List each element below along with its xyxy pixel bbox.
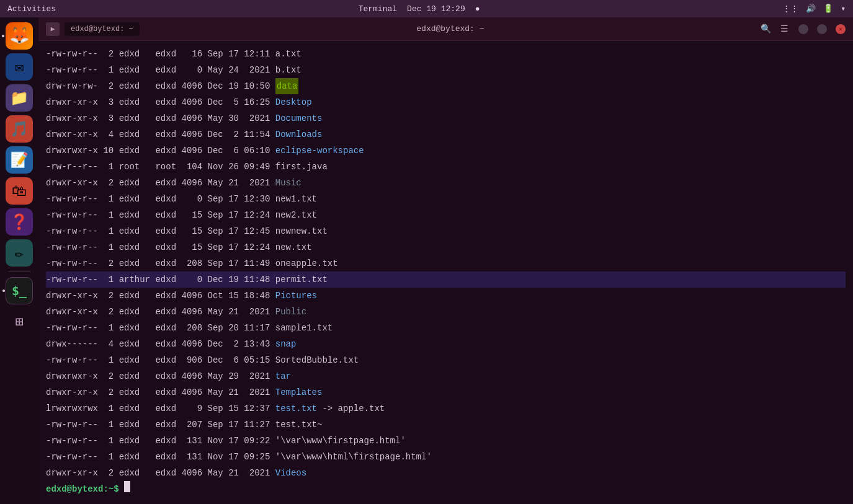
file-links: 3 <box>103 110 114 126</box>
file-links: 2 <box>103 304 114 320</box>
file-time: 12:24 <box>244 239 270 255</box>
dock-firefox[interactable]: 🦊 <box>6 22 33 50</box>
file-size: 9 <box>181 400 202 417</box>
file-name: data <box>275 78 299 94</box>
file-time: 2021 <box>244 368 270 384</box>
top-bar-center: Terminal Dec 19 12:29 ● <box>359 4 480 14</box>
recording-dot: ● <box>475 4 480 14</box>
file-day: 26 <box>228 159 239 175</box>
file-day: 17 <box>228 417 239 433</box>
dock: 🦊 ✉ 📁 🎵 📝 🛍 ❓ ✏ <box>0 17 38 504</box>
search-button[interactable]: 🔍 <box>761 24 771 34</box>
file-perm: -rw-r--r-- <box>46 159 98 175</box>
file-time: 05:15 <box>244 352 270 368</box>
file-links: 1 <box>103 62 114 78</box>
dock-help[interactable]: ❓ <box>6 208 33 236</box>
battery-icon[interactable]: 🔋 <box>823 4 833 14</box>
file-day: 17 <box>228 223 239 239</box>
file-perm: -rw-rw-r-- <box>46 255 98 272</box>
list-item: -rw-rw-r-- 1 edxd edxd 906 Dec 6 05:15 S… <box>46 352 846 368</box>
appstore-icon: 🛍 <box>12 182 27 200</box>
file-time: 2021 <box>244 384 270 400</box>
files-icon: 📁 <box>10 89 29 107</box>
file-time: 12:37 <box>244 400 270 417</box>
file-user: edxd <box>119 255 150 272</box>
file-size: 131 <box>181 433 202 449</box>
file-user: edxd <box>119 320 150 336</box>
file-size: 4096 <box>181 465 202 481</box>
thunderbird-icon: ✉ <box>15 58 24 76</box>
file-group: edxd <box>155 110 176 126</box>
file-group: edxd <box>155 62 176 78</box>
dock-terminal[interactable]: $_ <box>6 277 33 304</box>
volume-icon[interactable]: 🔊 <box>806 4 816 14</box>
maximize-button[interactable] <box>817 24 827 34</box>
file-day: 17 <box>228 433 239 449</box>
file-group: edxd <box>155 255 176 272</box>
file-perm: -rw-rw-r-- <box>46 272 98 288</box>
file-perm: drw-rw-rw- <box>46 78 98 94</box>
file-links: 1 <box>103 191 114 207</box>
terminal-content[interactable]: -rw-rw-r-- 2 edxd edxd 16 Sep 17 12:11 a… <box>38 41 853 504</box>
file-perm: drwx------ <box>46 336 98 352</box>
terminal-tab[interactable]: edxd@bytexd: ~ <box>65 22 140 36</box>
file-group: edxd <box>155 46 176 62</box>
file-group: edxd <box>155 223 176 239</box>
file-month: Nov <box>208 433 223 449</box>
file-size: 15 <box>181 223 202 239</box>
file-time: 06:10 <box>244 143 270 159</box>
file-name: tar <box>275 368 291 384</box>
file-name: test.txt~ <box>275 417 323 433</box>
dock-appstore[interactable]: 🛍 <box>6 177 33 205</box>
file-group: edxd <box>155 288 176 304</box>
file-name: oneapple.txt <box>275 255 338 272</box>
dock-files[interactable]: 📁 <box>6 84 33 112</box>
file-month: May <box>208 368 223 384</box>
file-user: edxd <box>119 384 150 400</box>
link-arrow: -> apple.txt <box>317 400 385 417</box>
list-item: lrwxrwxrwx 1 edxd edxd 9 Sep 15 12:37 te… <box>46 400 846 417</box>
file-links: 2 <box>103 368 114 384</box>
file-time: 12:11 <box>244 46 270 62</box>
prompt-user-host: edxd@bytexd <box>46 481 103 497</box>
dock-appgrid[interactable]: ⊞ <box>6 308 33 335</box>
close-button[interactable]: ✕ <box>836 24 846 34</box>
file-perm: drwxr-xr-x <box>46 288 98 304</box>
file-month: Sep <box>208 46 223 62</box>
file-user: edxd <box>119 126 150 143</box>
dock-rhythmbox[interactable]: 🎵 <box>6 115 33 143</box>
file-name: new2.txt <box>275 207 317 223</box>
file-time: 11:49 <box>244 255 270 272</box>
file-perm: drwxr-xr-x <box>46 175 98 191</box>
file-size: 16 <box>181 46 202 62</box>
file-user: edxd <box>119 433 150 449</box>
file-size: 131 <box>181 449 202 465</box>
dock-thunderbird[interactable]: ✉ <box>6 53 33 81</box>
dock-textedit[interactable]: ✏ <box>6 239 33 267</box>
file-links: 4 <box>103 126 114 143</box>
file-user: edxd <box>119 223 150 239</box>
file-user: edxd <box>119 465 150 481</box>
file-name: new1.txt <box>275 191 317 207</box>
file-name: test.txt <box>275 400 317 417</box>
file-links: 1 <box>103 272 114 288</box>
network-icon[interactable]: ⋮⋮ <box>782 4 798 14</box>
menu-button[interactable]: ☰ <box>780 24 790 34</box>
list-item: -rw-rw-r-- 2 edxd edxd 16 Sep 17 12:11 a… <box>46 46 846 62</box>
file-day: 17 <box>228 449 239 465</box>
prompt-line: edxd@bytexd:~$ <box>46 481 846 497</box>
list-item: drwxrwxr-x 10 edxd edxd 4096 Dec 6 06:10… <box>46 143 846 159</box>
file-name: '\var\www\html\firstpage.html' <box>275 449 432 465</box>
file-perm: -rw-rw-r-- <box>46 239 98 255</box>
activities-button[interactable]: Activities <box>7 4 56 14</box>
appgrid-icon: ⊞ <box>15 314 23 330</box>
file-size: 207 <box>181 417 202 433</box>
dock-writer[interactable]: 📝 <box>6 146 33 174</box>
minimize-button[interactable] <box>798 24 808 34</box>
settings-icon[interactable]: ▾ <box>841 4 846 14</box>
file-links: 1 <box>103 207 114 223</box>
file-user: edxd <box>119 191 150 207</box>
file-day: 30 <box>228 110 239 126</box>
file-links: 3 <box>103 94 114 110</box>
file-links: 1 <box>103 239 114 255</box>
